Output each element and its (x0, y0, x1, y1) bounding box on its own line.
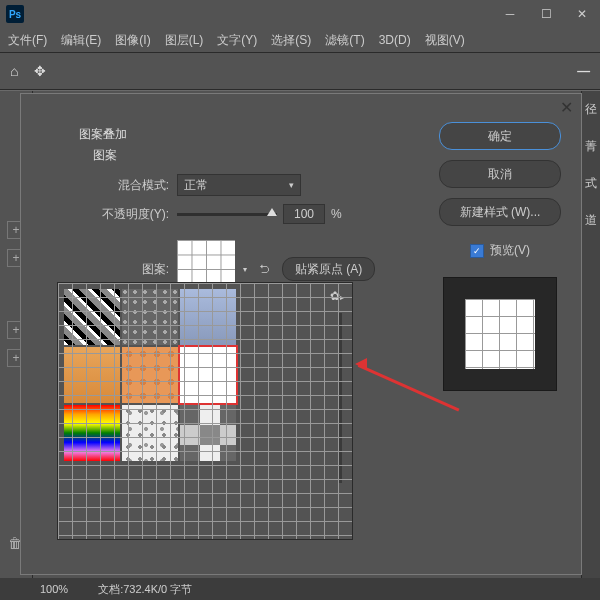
menu-filter[interactable]: 滤镜(T) (325, 32, 364, 49)
ok-button[interactable]: 确定 (439, 122, 561, 150)
opacity-unit: % (331, 207, 342, 221)
opacity-slider[interactable] (177, 213, 277, 216)
new-style-button[interactable]: 新建样式 (W)... (439, 198, 561, 226)
menu-3d[interactable]: 3D(D) (379, 33, 411, 47)
slider-thumb[interactable] (267, 208, 277, 216)
menu-image[interactable]: 图像(I) (115, 32, 150, 49)
doc-size-info: 文档:732.4K/0 字节 (98, 582, 192, 597)
pattern-label: 图案: (79, 261, 177, 278)
menu-view[interactable]: 视图(V) (425, 32, 465, 49)
trash-icon[interactable]: 🗑 (8, 535, 22, 551)
chevron-down-icon: ▾ (289, 180, 294, 190)
minimize-strip-button[interactable]: ─ (577, 61, 590, 82)
home-icon[interactable]: ⌂ (10, 63, 18, 79)
preview-checkbox[interactable]: ✓ (470, 244, 484, 258)
snap-origin-button[interactable]: 贴紧原点 (A) (282, 257, 375, 281)
link-icon[interactable]: ⮌ (259, 263, 270, 275)
menubar: 文件(F) 编辑(E) 图像(I) 图层(L) 文字(Y) 选择(S) 滤镜(T… (0, 28, 600, 52)
dialog-close-button[interactable]: ✕ (560, 98, 573, 117)
pattern-thumb-selected[interactable] (180, 347, 236, 403)
opacity-label: 不透明度(Y): (79, 206, 177, 223)
panel-tab[interactable]: 道 (585, 212, 597, 229)
blend-mode-select[interactable]: 正常 ▾ (177, 174, 301, 196)
section-title: 图案叠加 (79, 126, 389, 143)
window-minimize-button[interactable]: ─ (492, 0, 528, 28)
move-tool-icon[interactable]: ✥ (34, 63, 46, 79)
right-collapsed-panels: 径 菁 式 道 (581, 91, 600, 591)
blend-mode-value: 正常 (184, 177, 208, 194)
menu-edit[interactable]: 编辑(E) (61, 32, 101, 49)
window-maximize-button[interactable]: ☐ (528, 0, 564, 28)
panel-tab[interactable]: 菁 (585, 138, 597, 155)
menu-select[interactable]: 选择(S) (271, 32, 311, 49)
fieldset-title: 图案 (93, 147, 389, 164)
status-bar: 100% 文档:732.4K/0 字节 (0, 578, 600, 600)
opacity-value-input[interactable]: 100 (283, 204, 325, 224)
menu-type[interactable]: 文字(Y) (217, 32, 257, 49)
panel-tab[interactable]: 式 (585, 175, 597, 192)
app-logo: Ps (6, 5, 24, 23)
preview-panel (443, 277, 557, 391)
options-bar: ⌂ ✥ ─ (0, 52, 600, 90)
preview-label: 预览(V) (490, 242, 530, 259)
zoom-level[interactable]: 100% (40, 583, 68, 595)
blend-mode-label: 混合模式: (79, 177, 177, 194)
menu-file[interactable]: 文件(F) (8, 32, 47, 49)
window-close-button[interactable]: ✕ (564, 0, 600, 28)
pattern-picker-popup: ✿▸ (57, 282, 353, 540)
pattern-picker-chevron[interactable]: ▾ (243, 265, 247, 274)
panel-tab[interactable]: 径 (585, 101, 597, 118)
layer-style-dialog: ✕ 图案叠加 图案 混合模式: 正常 ▾ 不透明度(Y): 100 % 图案: (20, 93, 582, 575)
cancel-button[interactable]: 取消 (439, 160, 561, 188)
menu-layer[interactable]: 图层(L) (165, 32, 204, 49)
